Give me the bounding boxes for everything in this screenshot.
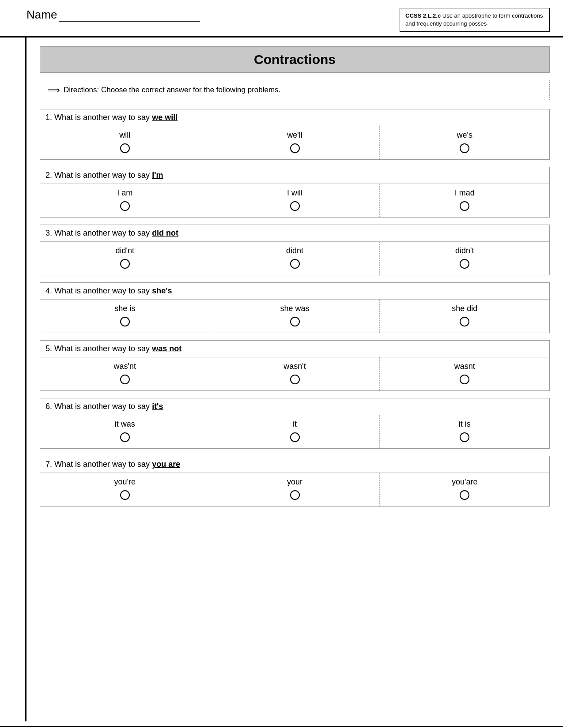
radio-button[interactable] — [290, 317, 300, 326]
option-text: was'nt — [114, 362, 136, 371]
question-number: 2. What is another way to say — [45, 171, 152, 180]
question-number: 7. What is another way to say — [45, 460, 152, 469]
option-text: we'll — [287, 131, 302, 140]
radio-button[interactable] — [290, 432, 300, 442]
radio-button[interactable] — [120, 490, 130, 500]
question-number: 6. What is another way to say — [45, 402, 152, 411]
question-3-row: 3. What is another way to say did not — [40, 225, 549, 242]
question-number: 3. What is another way to say — [45, 229, 152, 237]
question-1-options: willwe'llwe's — [40, 126, 549, 159]
radio-button[interactable] — [290, 143, 300, 153]
question-7-option-3: you'are — [380, 473, 549, 506]
radio-button[interactable] — [120, 317, 130, 326]
question-phrase: you are — [152, 460, 180, 469]
name-line: Name — [26, 8, 200, 22]
main-content: Contractions ⟹ Directions: Choose the co… — [26, 38, 563, 721]
header: Name CCSS 2.L.2.c Use an apostrophe to f… — [0, 0, 563, 38]
question-3-option-2: didnt — [210, 242, 380, 275]
question-7-row: 7. What is another way to say you are — [40, 456, 549, 473]
option-text: she did — [452, 304, 477, 313]
radio-button[interactable] — [290, 201, 300, 211]
option-text: your — [287, 477, 302, 487]
question-7-options: you'reyouryou'are — [40, 473, 549, 506]
radio-button[interactable] — [460, 317, 469, 326]
question-2-option-1: I am — [40, 184, 210, 217]
radio-button[interactable] — [290, 490, 300, 500]
question-6-option-3: it is — [380, 415, 549, 448]
question-2-option-2: I will — [210, 184, 380, 217]
option-text: I am — [117, 188, 132, 198]
question-phrase: she's — [152, 286, 172, 295]
content-wrapper: Contractions ⟹ Directions: Choose the co… — [0, 38, 563, 721]
footer: © Downloaded freely from www.theteachers… — [0, 726, 563, 728]
option-text: she is — [114, 304, 135, 313]
question-5-option-2: wasn't — [210, 357, 380, 390]
question-number: 4. What is another way to say — [45, 286, 152, 295]
radio-button[interactable] — [120, 201, 130, 211]
radio-button[interactable] — [460, 201, 469, 211]
option-text: you're — [114, 477, 136, 487]
question-1-section: 1. What is another way to say we willwil… — [40, 109, 550, 160]
radio-button[interactable] — [460, 375, 469, 384]
question-3-options: did'ntdidntdidn't — [40, 242, 549, 275]
radio-button[interactable] — [120, 143, 130, 153]
question-5-option-1: was'nt — [40, 357, 210, 390]
question-5-option-3: wasnt — [380, 357, 549, 390]
page: Name CCSS 2.L.2.c Use an apostrophe to f… — [0, 0, 563, 728]
question-5-section: 5. What is another way to say was notwas… — [40, 340, 550, 391]
question-6-row: 6. What is another way to say it's — [40, 398, 549, 415]
question-4-row: 4. What is another way to say she's — [40, 283, 549, 300]
name-underline — [59, 9, 200, 22]
standard-box: CCSS 2.L.2.c Use an apostrophe to form c… — [400, 8, 550, 32]
option-text: I mad — [455, 188, 475, 198]
question-6-option-2: it — [210, 415, 380, 448]
option-text: it was — [115, 420, 135, 429]
radio-button[interactable] — [460, 490, 469, 500]
question-3-section: 3. What is another way to say did notdid… — [40, 225, 550, 275]
option-text: it — [293, 420, 297, 429]
question-5-options: was'ntwasn'twasnt — [40, 357, 549, 390]
radio-button[interactable] — [460, 432, 469, 442]
directions-box: ⟹ Directions: Choose the correct answer … — [40, 80, 550, 100]
question-number: 5. What is another way to say — [45, 344, 152, 353]
question-6-section: 6. What is another way to say it'sit was… — [40, 398, 550, 449]
question-7-option-2: your — [210, 473, 380, 506]
option-text: didn't — [455, 246, 474, 255]
left-border — [0, 38, 26, 721]
questions-container: 1. What is another way to say we willwil… — [40, 109, 550, 507]
question-1-option-1: will — [40, 126, 210, 159]
question-2-row: 2. What is another way to say I'm — [40, 167, 549, 184]
question-3-option-3: didn't — [380, 242, 549, 275]
question-2-option-3: I mad — [380, 184, 549, 217]
question-2-section: 2. What is another way to say I'mI amI w… — [40, 167, 550, 218]
standard-code: CCSS 2.L.2.c — [405, 12, 441, 19]
option-text: wasnt — [454, 362, 475, 371]
radio-button[interactable] — [120, 259, 130, 269]
option-text: she was — [280, 304, 309, 313]
option-text: did'nt — [116, 246, 134, 255]
question-4-option-2: she was — [210, 300, 380, 333]
question-phrase: we will — [152, 113, 178, 122]
radio-button[interactable] — [290, 375, 300, 384]
question-phrase: it's — [152, 402, 163, 411]
question-4-section: 4. What is another way to say she'sshe i… — [40, 282, 550, 333]
option-text: it is — [459, 420, 471, 429]
option-text: wasn't — [283, 362, 306, 371]
radio-button[interactable] — [460, 259, 469, 269]
question-7-section: 7. What is another way to say you areyou… — [40, 456, 550, 507]
radio-button[interactable] — [120, 375, 130, 384]
question-1-option-3: we's — [380, 126, 549, 159]
arrow-icon: ⟹ — [47, 85, 60, 95]
question-7-option-1: you're — [40, 473, 210, 506]
question-number: 1. What is another way to say — [45, 113, 152, 122]
question-4-option-1: she is — [40, 300, 210, 333]
question-phrase: I'm — [152, 171, 163, 180]
option-text: you'are — [452, 477, 477, 487]
question-4-option-3: she did — [380, 300, 549, 333]
radio-button[interactable] — [460, 143, 469, 153]
question-phrase: did not — [152, 229, 178, 237]
radio-button[interactable] — [290, 259, 300, 269]
worksheet-title: Contractions — [40, 46, 550, 73]
question-6-options: it wasitit is — [40, 415, 549, 448]
radio-button[interactable] — [120, 432, 130, 442]
